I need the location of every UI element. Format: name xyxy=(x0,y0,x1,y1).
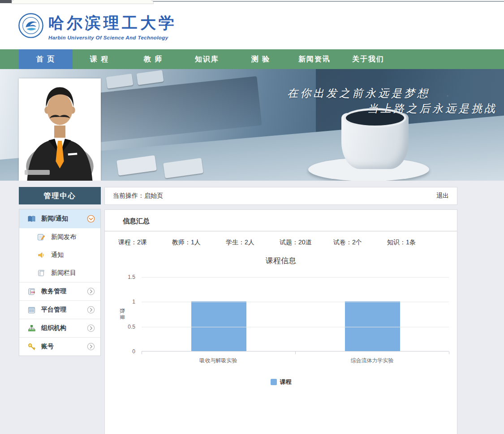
banner-keyboard-key xyxy=(106,74,133,89)
nav-item-home[interactable]: 首 页 xyxy=(19,49,73,69)
svg-text:100: 100 xyxy=(30,291,35,294)
stat-courses: 课程：2课 xyxy=(118,239,172,247)
chart-gridline xyxy=(142,277,449,278)
university-emblem-icon xyxy=(18,13,44,40)
browser-tab-strip xyxy=(0,0,504,4)
sidebar-item-label: 新闻/通知 xyxy=(41,215,87,223)
chart-x-tick xyxy=(449,352,449,354)
chart-x-category-label: 综合流体力学实验 xyxy=(305,357,439,365)
sidebar-item-organization[interactable]: 组织机构 xyxy=(19,319,100,337)
sidebar-item-label: 新闻栏目 xyxy=(51,269,95,277)
chart-y-tick-label: 0 xyxy=(105,348,135,355)
stat-students: 学生：2人 xyxy=(226,239,280,247)
info-summary-panel: 信息汇总 课程：2课 教师：1人 学生：2人 试题：20道 试卷：2个 知识：1… xyxy=(104,209,457,434)
stat-knowledge: 知识：1条 xyxy=(387,239,441,247)
stat-teachers: 教师：1人 xyxy=(172,239,226,247)
chevron-right-circle-icon xyxy=(87,287,95,295)
calendar-icon xyxy=(27,306,36,314)
main-nav: 首 页 课 程 教 师 知识库 测 验 新闻资讯 关于我们 xyxy=(0,49,504,69)
stat-papers: 试卷：2个 xyxy=(333,239,387,247)
chart-legend: 课程 xyxy=(105,378,457,386)
legend-swatch xyxy=(271,379,277,385)
org-chart-icon xyxy=(27,324,36,333)
scroll-100-icon: 100 xyxy=(27,287,36,296)
sidebar-item-account[interactable]: 账号 xyxy=(19,337,100,356)
chart-y-tick-label: 0.5 xyxy=(105,323,135,330)
course-chart: 数量 吸收与解吸实验综合流体力学实验 课程 00.511.5 xyxy=(105,270,457,410)
logo-text: 哈尔滨理工大学 Harbin University Of Science And… xyxy=(48,13,177,40)
sidebar-item-platform-admin[interactable]: 平台管理 xyxy=(19,300,100,319)
sidebar-item-news-column[interactable]: 新闻栏目 xyxy=(19,264,100,282)
site-header: 哈尔滨理工大学 Harbin University Of Science And… xyxy=(0,4,504,49)
sidebar-item-label: 账号 xyxy=(41,343,87,351)
stat-questions: 试题：20道 xyxy=(280,239,333,247)
main-column: 当前操作：启始页 退出 信息汇总 课程：2课 教师：1人 学生：2人 试题：20… xyxy=(104,187,457,434)
nav-item-knowledge[interactable]: 知识库 xyxy=(180,49,234,69)
chevron-right-circle-icon xyxy=(87,343,95,351)
chart-x-tick xyxy=(295,352,296,354)
chart-y-axis-title: 数量 xyxy=(118,308,126,321)
open-book-icon xyxy=(27,215,36,223)
chart-title: 课程信息 xyxy=(105,256,457,266)
chart-y-tick-label: 1.5 xyxy=(105,273,135,281)
sidebar-item-notice[interactable]: 通知 xyxy=(19,246,100,264)
university-logo: 哈尔滨理工大学 Harbin University Of Science And… xyxy=(18,13,177,40)
chart-plot: 吸收与解吸实验综合流体力学实验 xyxy=(142,277,449,352)
scroll-icon xyxy=(37,269,46,278)
sidebar-item-label: 教务管理 xyxy=(41,287,87,295)
nav-item-teachers[interactable]: 教 师 xyxy=(126,49,180,69)
browser-tab xyxy=(12,0,153,4)
summary-title: 信息汇总 xyxy=(105,210,457,231)
sidebar-item-label: 新闻发布 xyxy=(51,233,95,241)
sidebar-item-news-notice[interactable]: 新闻/通知 xyxy=(19,209,100,228)
chevron-down-circle-icon xyxy=(87,215,95,223)
sidebar-item-label: 组织机构 xyxy=(41,324,87,332)
university-name-zh: 哈尔滨理工大学 xyxy=(48,13,177,34)
current-operation-text: 当前操作：启始页 xyxy=(113,192,436,200)
stats-row: 课程：2课 教师：1人 学生：2人 试题：20道 试卷：2个 知识：1条 xyxy=(105,231,457,247)
speaker-icon xyxy=(37,251,46,260)
sidebar-item-label: 平台管理 xyxy=(41,306,87,314)
sidebar-item-label: 通知 xyxy=(51,251,95,259)
chevron-right-circle-icon xyxy=(87,306,95,314)
university-name-en: Harbin University Of Science And Technol… xyxy=(48,35,177,40)
chart-gridline xyxy=(142,327,449,327)
avatar-illustration xyxy=(19,78,101,181)
sidebar-title: 管理中心 xyxy=(19,187,101,204)
banner-slogan-line2: 当上路之后永远是挑战 xyxy=(367,101,497,116)
legend-label: 课程 xyxy=(280,378,292,386)
nav-item-courses[interactable]: 课 程 xyxy=(73,49,126,69)
user-avatar xyxy=(19,78,101,181)
browser-strip-corner xyxy=(0,0,12,3)
image-watermark xyxy=(25,170,50,175)
banner-keyboard-key xyxy=(136,70,164,85)
key-icon xyxy=(27,343,36,351)
banner-slogan-line1: 在你出发之前永远是梦想 xyxy=(287,86,430,100)
page: 哈尔滨理工大学 Harbin University Of Science And… xyxy=(0,0,504,434)
nav-item-tests[interactable]: 测 验 xyxy=(234,49,288,69)
sidebar: 管理中心 新闻/通知 xyxy=(19,187,101,356)
sidebar-item-edu-admin[interactable]: 100 教务管理 xyxy=(19,282,100,300)
nav-item-news[interactable]: 新闻资讯 xyxy=(288,49,341,69)
sidebar-item-news-publish[interactable]: 新闻发布 xyxy=(19,228,100,246)
operation-bar: 当前操作：启始页 退出 xyxy=(104,187,457,205)
chart-x-category-label: 吸收与解吸实验 xyxy=(151,357,286,365)
nav-item-about[interactable]: 关于我们 xyxy=(341,49,395,69)
chart-y-tick-label: 1 xyxy=(105,298,135,305)
chart-x-tick xyxy=(142,352,142,354)
content-area: 管理中心 新闻/通知 xyxy=(19,187,504,434)
chevron-right-circle-icon xyxy=(87,324,95,332)
sidebar-menu: 新闻/通知 xyxy=(19,209,101,356)
logout-button[interactable]: 退出 xyxy=(436,192,449,200)
chart-gridline xyxy=(142,302,449,302)
news-edit-icon xyxy=(37,233,46,242)
banner: 在你出发之前永远是梦想 当上路之后永远是挑战 xyxy=(0,69,504,181)
